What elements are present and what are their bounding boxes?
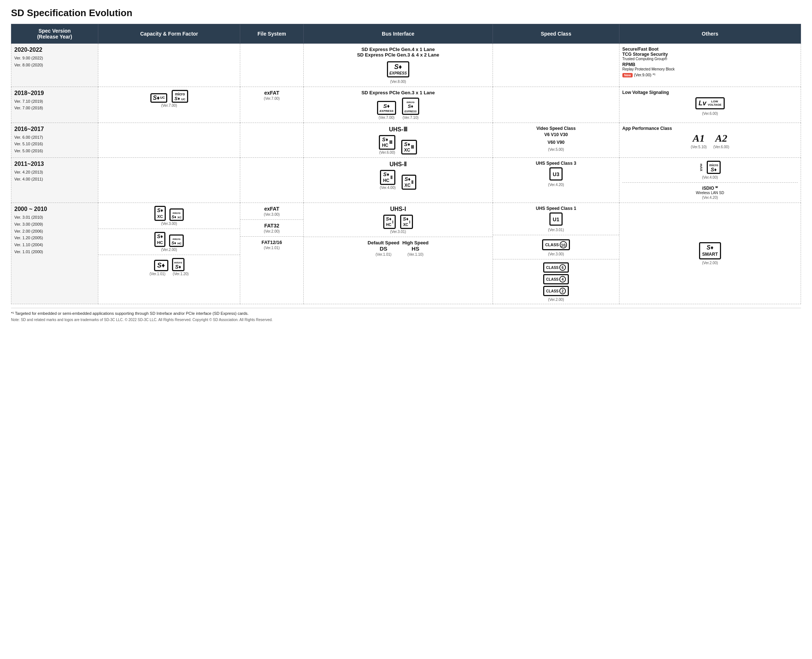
table-row: 2011~2013 Ver. 4.20 (2013) Ver. 4.00 (20… <box>11 158 801 203</box>
header-others: Others <box>619 24 801 44</box>
capacity-cell-1 <box>98 44 240 87</box>
bus-cell-3: UHS-Ⅲ S♦HC Ⅲ (Ver.6.00) S♦XC Ⅲ <box>303 123 493 158</box>
filesystem-cell-3 <box>240 123 303 158</box>
filesystem-cell-5: exFAT (Ver.3.00) FAT32 (Ver.2.00) FAT12/… <box>240 203 303 304</box>
bus-cell-2: SD Express PCIe Gen.3 x 1 Lane S♦ EXPRES… <box>303 87 493 123</box>
header-version: Spec Version(Release Year) <box>11 24 98 44</box>
bus-cell-1: SD Express PCIe Gen.4 x 1 LaneSD Express… <box>303 44 493 87</box>
speed-cell-4: UHS Speed Class 3 U3 (Ver.4.20) <box>493 158 619 203</box>
speed-cell-2 <box>493 87 619 123</box>
version-cell-2: 2018~2019 Ver. 7.10 (2019) Ver. 7.00 (20… <box>11 87 98 123</box>
version-cell-5: 2000 ~ 2010 Ver. 3.01 (2010) Ver. 3.00 (… <box>11 203 98 304</box>
table-row: 2000 ~ 2010 Ver. 3.01 (2010) Ver. 3.00 (… <box>11 203 801 304</box>
others-cell-5: S♦SMART (Ver.2.00) <box>619 203 801 304</box>
header-speed: Speed Class <box>493 24 619 44</box>
header-capacity: Capacity & Form Factor <box>98 24 240 44</box>
header-bus: Bus Interface <box>303 24 493 44</box>
capacity-cell-4 <box>98 158 240 203</box>
others-cell-2: Low Voltage Signaling Lv LOWVOLTAGE (Ver… <box>619 87 801 123</box>
speed-cell-5: UHS Speed Class 1 U1 (Ver.3.01) CLASS 10… <box>493 203 619 304</box>
spec-table: Spec Version(Release Year) Capacity & Fo… <box>11 24 801 304</box>
capacity-cell-2: S♦ UC micro S♦ UC (Ver.7.00) <box>98 87 240 123</box>
filesystem-cell-2: exFAT (Ver.7.00) <box>240 87 303 123</box>
speed-cell-3: Video Speed Class V6 V10 V30 V60 V90 (Ve… <box>493 123 619 158</box>
footnote-1: *¹ Targeted for embedded or semi-embedde… <box>11 308 801 315</box>
others-cell-1: Secure/Fast Boot TCG Storage Security Tr… <box>619 44 801 87</box>
table-row: 2016~2017 Ver. 6.00 (2017) Ver. 5.10 (20… <box>11 123 801 158</box>
version-cell-3: 2016~2017 Ver. 6.00 (2017) Ver. 5.10 (20… <box>11 123 98 158</box>
filesystem-cell-4 <box>240 158 303 203</box>
others-cell-3: App Performance Class A1 (Ver.5.10) A2 (… <box>619 123 801 158</box>
footnote-2: Note: SD and related marks and logos are… <box>11 318 801 322</box>
bus-cell-5: UHS-I S♦HC I S♦XC I <box>303 203 493 304</box>
filesystem-cell-1 <box>240 44 303 87</box>
bus-cell-4: UHS-Ⅱ S♦HC Ⅱ (Ver.4.00) S♦XC Ⅱ <box>303 158 493 203</box>
table-row: 2020-2022 Ver. 9.00 (2022) Ver. 8.00 (20… <box>11 44 801 87</box>
capacity-cell-5: S♦XC micro S♦ XC (Ver.3.00) <box>98 203 240 304</box>
others-cell-4: mAX micro S♦ (Ver.4.00) iSDIO ʷ Wireless… <box>619 158 801 203</box>
version-cell-1: 2020-2022 Ver. 9.00 (2022) Ver. 8.00 (20… <box>11 44 98 87</box>
table-row: 2018~2019 Ver. 7.10 (2019) Ver. 7.00 (20… <box>11 87 801 123</box>
header-filesystem: File System <box>240 24 303 44</box>
speed-cell-1 <box>493 44 619 87</box>
version-cell-4: 2011~2013 Ver. 4.20 (2013) Ver. 4.00 (20… <box>11 158 98 203</box>
capacity-cell-3 <box>98 123 240 158</box>
page-title: SD Specification Evolution <box>11 7 801 19</box>
